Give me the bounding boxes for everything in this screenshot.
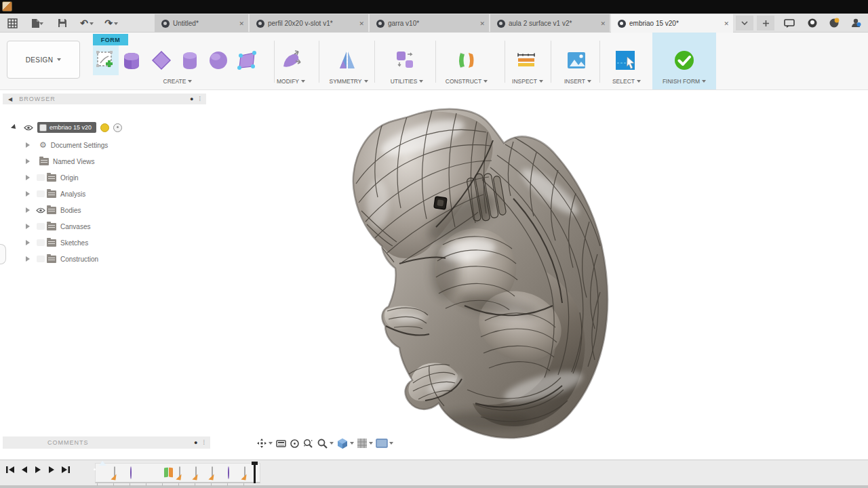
comments-panel-header[interactable]: COMMENTS ● ⁞: [3, 436, 210, 449]
doc-tab-perfil[interactable]: perfil 20x20 v-slot v1* ✕: [250, 14, 368, 33]
expander-icon[interactable]: [26, 191, 30, 197]
grid-snaps-button[interactable]: [357, 438, 373, 449]
visibility-eye-icon[interactable]: [35, 206, 45, 214]
workspace-switcher-button[interactable]: DESIGN: [7, 41, 80, 79]
edit-form-button[interactable]: [279, 47, 303, 73]
expander-icon[interactable]: [26, 224, 30, 229]
group-construct[interactable]: CONSTRUCT: [433, 77, 500, 86]
visibility-eye-icon[interactable]: [23, 123, 33, 131]
collapse-panel-icon[interactable]: ◀: [8, 96, 12, 102]
chevron-down-icon[interactable]: [269, 442, 273, 445]
timeline-position-marker[interactable]: [254, 462, 256, 483]
visibility-placeholder[interactable]: [35, 239, 45, 247]
visibility-placeholder[interactable]: [35, 190, 45, 198]
display-settings-button[interactable]: [336, 438, 354, 449]
panel-dot-icon[interactable]: ●: [190, 96, 193, 102]
browser-header[interactable]: ◀ BROWSER ● ⁞: [3, 94, 206, 104]
go-to-start-button[interactable]: [5, 466, 15, 474]
file-menu-caret-icon[interactable]: [39, 22, 43, 25]
panel-resize-handle[interactable]: [0, 244, 6, 264]
expander-icon[interactable]: [26, 240, 30, 245]
timeline-feature-sketch[interactable]: [114, 467, 126, 479]
expander-icon[interactable]: [26, 256, 30, 262]
construct-button[interactable]: [454, 47, 479, 73]
tab-list-chevron-button[interactable]: [736, 16, 753, 30]
group-select[interactable]: SELECT: [593, 77, 660, 86]
viewports-button[interactable]: [376, 439, 393, 448]
doc-tab-untitled[interactable]: Untitled* ✕: [155, 14, 248, 33]
redo-caret-icon[interactable]: [114, 22, 118, 25]
expander-icon[interactable]: [26, 207, 30, 213]
utilities-button[interactable]: [393, 47, 418, 73]
close-icon[interactable]: ✕: [359, 20, 364, 27]
close-icon[interactable]: ✕: [479, 20, 485, 27]
face-primitive-button[interactable]: [235, 47, 259, 73]
unsaved-status-badge-icon[interactable]: [100, 123, 109, 132]
tree-row-analysis[interactable]: Analysis: [26, 186, 85, 202]
symmetry-button[interactable]: [335, 47, 359, 73]
timeline-feature-construct[interactable]: [163, 467, 175, 479]
panel-dot-icon[interactable]: ●: [194, 439, 197, 446]
group-modify[interactable]: MODIFY: [260, 77, 321, 86]
tree-row-named-views[interactable]: Named Views: [26, 153, 95, 169]
expander-icon[interactable]: [26, 142, 30, 148]
tree-row-bodies[interactable]: Bodies: [26, 202, 81, 218]
close-icon[interactable]: ✕: [600, 20, 606, 27]
orbit-button[interactable]: [256, 438, 273, 449]
group-utilities[interactable]: UTILITIES: [373, 77, 441, 86]
step-forward-button[interactable]: [47, 466, 56, 474]
zoom-button[interactable]: [317, 438, 334, 449]
box-primitive-button[interactable]: [119, 47, 144, 73]
save-button[interactable]: [54, 16, 71, 30]
tree-row-sketches[interactable]: Sketches: [26, 235, 88, 251]
expander-open-icon[interactable]: [11, 124, 18, 131]
look-at-button[interactable]: [275, 439, 287, 449]
doc-tab-garra[interactable]: garra v10* ✕: [370, 14, 489, 33]
inspect-measure-button[interactable]: [514, 47, 538, 73]
expander-icon[interactable]: [26, 175, 30, 180]
chevron-down-icon[interactable]: [330, 442, 334, 445]
feedback-comment-icon[interactable]: [781, 16, 797, 30]
notification-bell-icon[interactable]: [826, 16, 842, 30]
new-tab-button[interactable]: [757, 16, 774, 30]
timeline-feature-canvas[interactable]: [98, 467, 110, 479]
timeline-feature-form[interactable]: [228, 467, 240, 479]
panel-menu-icon[interactable]: ⁞: [199, 96, 201, 102]
root-document-item[interactable]: embriao 15 v20: [37, 122, 96, 133]
cylinder-primitive-button[interactable]: [178, 47, 202, 73]
chevron-down-icon[interactable]: [350, 442, 354, 445]
expander-icon[interactable]: [26, 159, 30, 164]
timeline-feature-surface[interactable]: [146, 467, 159, 479]
select-button[interactable]: [613, 47, 637, 73]
timeline-feature-sketch[interactable]: [195, 467, 208, 479]
tab-form-contextual[interactable]: FORM: [93, 34, 128, 45]
timeline-feature-sketch[interactable]: [179, 467, 191, 479]
tree-row-document-settings[interactable]: ⚙ Document Settings: [26, 137, 108, 153]
close-icon[interactable]: ✕: [724, 20, 729, 27]
tspline-embryo-model[interactable]: [342, 102, 627, 441]
tree-row-root[interactable]: embriao 15 v20: [12, 119, 122, 136]
chevron-down-icon[interactable]: [389, 442, 393, 445]
zoom-window-button[interactable]: [302, 438, 314, 449]
profile-avatar-icon[interactable]: [848, 16, 864, 30]
display-settings-badge-icon[interactable]: [113, 123, 122, 132]
plane-primitive-button[interactable]: [149, 47, 174, 73]
undo-caret-icon[interactable]: [90, 22, 94, 25]
chevron-down-icon[interactable]: [369, 442, 373, 445]
group-create[interactable]: CREATE: [95, 77, 260, 86]
go-to-end-button[interactable]: [61, 466, 71, 474]
pan-button[interactable]: [290, 439, 300, 449]
doc-tab-embriao-active[interactable]: embriao 15 v20* ✕: [611, 14, 733, 33]
step-back-button[interactable]: [20, 466, 28, 474]
visibility-placeholder[interactable]: [35, 255, 45, 263]
create-form-button[interactable]: [94, 47, 118, 73]
timeline-feature-sketch[interactable]: [212, 467, 224, 479]
insert-button[interactable]: [564, 47, 589, 73]
group-symmetry[interactable]: SYMMETRY: [315, 77, 382, 86]
job-status-icon[interactable]: [804, 16, 821, 30]
play-button[interactable]: [34, 466, 42, 474]
finish-form-button[interactable]: [672, 47, 696, 73]
sphere-primitive-button[interactable]: [206, 47, 231, 73]
panel-menu-icon[interactable]: ⁞: [203, 439, 205, 446]
tree-row-canvases[interactable]: Canvases: [26, 218, 90, 235]
